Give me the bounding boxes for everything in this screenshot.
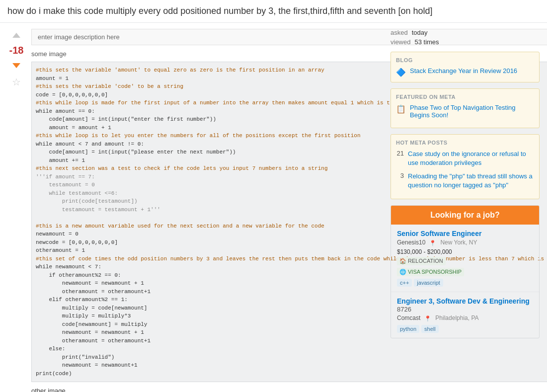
hot-meta-item-1: 21 Case study on the ignorance or refusa… [396,150,534,167]
asked-value: today [412,29,428,36]
blog-icon: 🔷 [396,68,406,77]
job-tag-javascript[interactable]: javascript [414,279,443,287]
bookmark-button[interactable]: ☆ [12,76,21,88]
job-tech-tags-1: c++ javascript [397,279,533,287]
vote-up-button[interactable] [9,29,24,43]
visa-badge: 🌐 VISA SPONSORSHIP [397,268,464,276]
image1-description: enter image description here [38,33,120,41]
vote-down-button[interactable] [9,58,24,72]
visa-icon: 🌐 [399,269,406,275]
featured-link-1[interactable]: Phase Two of Top Navigation Testing Begi… [410,104,534,119]
blog-section: BLOG 🔷 Stack Exchange Year in Review 201… [391,52,540,82]
job-salary-1: $130,000 - $200,000 [397,248,533,255]
blog-link[interactable]: 🔷 Stack Exchange Year in Review 2016 [396,67,534,77]
job-title-2[interactable]: Engineer 3, Software Dev & Engineering 8… [397,297,533,313]
job-tag-cpp[interactable]: c++ [397,279,412,287]
hot-meta-link-2[interactable]: Reloading the "php" tab thread still sho… [408,172,534,190]
hot-meta-count-2: 3 [396,172,404,190]
blog-link-text: Stack Exchange Year in Review 2016 [410,67,517,75]
job-tag-python[interactable]: python [397,325,419,333]
asked-label: asked [391,29,408,36]
job-section-header: Looking for a job? [391,206,539,225]
job-tag-shell[interactable]: shell [421,325,439,333]
hot-meta-section: HOT META POSTS 21 Case study on the igno… [391,134,540,199]
meta-info: asked today viewed 53 times [391,29,540,46]
job-title-1[interactable]: Senior Software Engineer [397,230,533,237]
featured-section-title: FEATURED ON META [396,94,534,100]
post-area: -18 ☆ enter image description here some … [7,29,381,392]
relocation-icon: 🏠 [399,258,406,264]
hot-meta-link-1[interactable]: Case study on the ignorance or refusal t… [408,150,534,167]
hot-meta-item-2: 3 Reloading the "php" tab thread still s… [396,172,534,190]
job-location-1: New York, NY [440,239,477,246]
blog-section-title: BLOG [396,57,534,63]
job-listing-2: Engineer 3, Software Dev & Engineering 8… [391,292,539,338]
job-badges-1: 🏠 RELOCATION [397,257,533,265]
job-section: Looking for a job? Senior Software Engin… [391,205,540,338]
viewed-value: 53 times [414,38,439,46]
viewed-label: viewed [391,38,410,46]
job-tech-tags-2: python shell [397,325,533,333]
sidebar: asked today viewed 53 times BLOG 🔷 Stack… [391,29,540,392]
vote-count: -18 [9,45,24,56]
job-location-2: Philadelphia, PA [435,314,478,321]
job-company-1: Genesis10 [397,239,425,246]
hot-meta-title: HOT META POSTS [396,140,534,146]
vote-column: -18 ☆ [7,29,25,392]
featured-icon-1: 📋 [396,104,406,114]
job-listing-1: Senior Software Engineer Genesis10 📍 New… [391,225,539,292]
upvote-icon [12,31,21,40]
featured-item-1: 📋 Phase Two of Top Navigation Testing Be… [396,104,534,119]
featured-meta-section: FEATURED ON META 📋 Phase Two of Top Navi… [391,88,540,128]
hot-meta-count-1: 21 [396,150,404,167]
page-title: how do i make this code multiply every o… [0,0,547,23]
relocation-badge: 🏠 RELOCATION [397,257,446,265]
downvote-icon [12,61,21,70]
job-company-2: Comcast [397,314,420,321]
